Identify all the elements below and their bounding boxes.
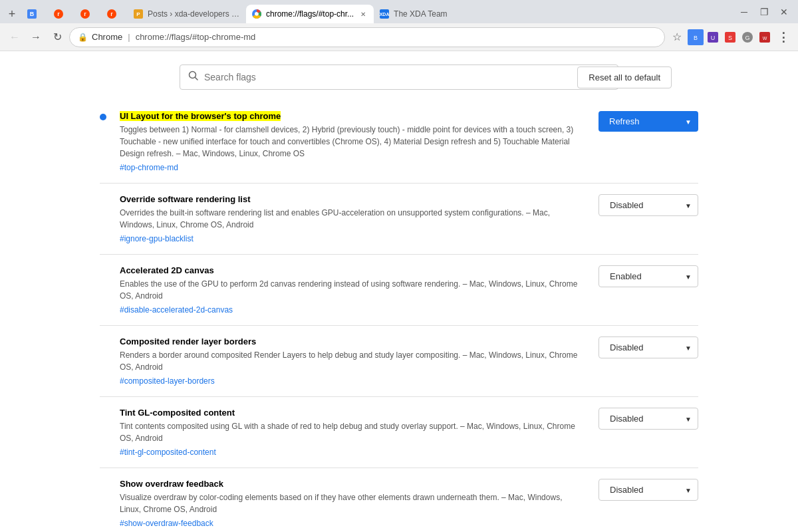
flag-content: Override software rendering list Overrid… <box>120 194 585 243</box>
flag-control: Default Normal Hybrid Touchable Material… <box>598 111 698 132</box>
flag-title: Show overdraw feedback <box>120 479 585 489</box>
search-input[interactable] <box>204 72 610 82</box>
flag-ignore-gpu-blacklist: Override software rendering list Overrid… <box>100 184 698 255</box>
ext5-button[interactable]: W <box>757 29 773 45</box>
flag-content: UI Layout for the browser's top chrome T… <box>120 111 585 172</box>
tab-chrome-flags-label: chrome://flags/#top-chr... <box>266 9 354 19</box>
flag-select-wrapper: Default Enabled Disabled <box>598 265 698 287</box>
flag-select-wrapper: Default Enabled Disabled <box>598 408 698 430</box>
menu-button[interactable]: ⋮ <box>774 28 793 47</box>
flag-no-dot <box>100 410 106 417</box>
minimize-button[interactable]: ─ <box>735 3 753 21</box>
flag-anchor[interactable]: #tint-gl-composited-content <box>120 448 216 457</box>
flag-select[interactable]: Default Enabled Disabled <box>598 408 698 430</box>
flag-anchor[interactable]: #ignore-gpu-blacklist <box>120 234 194 243</box>
tab-posts-xda[interactable]: P Posts › xda-developers — W... <box>128 5 246 23</box>
svg-text:U: U <box>711 35 716 41</box>
svg-text:B: B <box>694 35 698 41</box>
flag-title: Accelerated 2D canvas <box>120 265 585 275</box>
tab-reddit3[interactable]: r <box>101 5 128 23</box>
tab-bookmarks[interactable]: B <box>21 5 48 23</box>
tab-chrome-flags-close[interactable]: ✕ <box>358 9 368 19</box>
address-separator: | <box>128 32 130 42</box>
tab-reddit1[interactable]: r <box>48 5 74 23</box>
svg-line-13 <box>196 78 198 80</box>
titlebar: + B r r r P Po <box>0 0 798 23</box>
new-tab-button[interactable]: + <box>3 5 21 23</box>
reddit1-favicon: r <box>53 9 64 19</box>
flag-control: Default Enabled Disabled <box>598 408 698 430</box>
flag-control: Default Enabled Disabled <box>598 194 698 216</box>
flag-description: Tint contents composited using GL with a… <box>120 420 585 444</box>
tab-bar: + B r r r P Po <box>0 0 730 23</box>
flag-anchor[interactable]: #disable-accelerated-2d-canvas <box>120 305 233 315</box>
main-content: Reset all to default UI Layout for the b… <box>73 51 725 532</box>
close-button[interactable]: ✕ <box>775 3 793 21</box>
reddit2-favicon: r <box>80 9 90 19</box>
flag-anchor[interactable]: #top-chrome-md <box>120 163 178 172</box>
tab-reddit2[interactable]: r <box>74 5 101 23</box>
ext4-button[interactable]: G <box>739 29 755 45</box>
svg-text:W: W <box>763 36 767 41</box>
restore-button[interactable]: ❐ <box>755 3 773 21</box>
xda-favicon: XDA <box>379 9 390 19</box>
flag-no-dot <box>100 197 106 203</box>
posts-favicon: P <box>133 9 144 19</box>
flag-anchor[interactable]: #composited-layer-borders <box>120 376 215 386</box>
bookmark-button[interactable]: ☆ <box>668 28 686 47</box>
back-button[interactable]: ← <box>5 28 24 47</box>
flag-description: Toggles between 1) Normal - for clamshel… <box>120 124 585 160</box>
flag-control: Default Enabled Disabled <box>598 479 698 501</box>
ext2-button[interactable]: U <box>705 29 721 45</box>
flag-title: UI Layout for the browser's top chrome <box>120 111 585 121</box>
flag-select[interactable]: Default Normal Hybrid Touchable Material… <box>598 111 698 132</box>
reddit3-favicon: r <box>106 9 117 19</box>
flag-accelerated-canvas: Accelerated 2D canvas Enables the use of… <box>100 255 698 326</box>
flag-select-wrapper: Default Normal Hybrid Touchable Material… <box>598 111 698 132</box>
chrome-favicon <box>251 9 262 19</box>
flag-select-wrapper: Default Enabled Disabled <box>598 479 698 501</box>
flag-no-dot <box>100 481 106 488</box>
tab-chrome-flags[interactable]: chrome://flags/#top-chr... ✕ <box>246 5 374 23</box>
ext1-button[interactable]: B <box>688 29 704 45</box>
flags-list: UI Layout for the browser's top chrome T… <box>100 100 698 532</box>
flag-select[interactable]: Default Enabled Disabled <box>598 194 698 216</box>
flags-topbar: Reset all to default <box>100 65 698 90</box>
flag-overdraw-feedback: Show overdraw feedback Visualize overdra… <box>100 468 698 532</box>
ext3-button[interactable]: S <box>722 29 738 45</box>
flag-title: Override software rendering list <box>120 194 585 204</box>
reload-button[interactable]: ↻ <box>48 28 66 47</box>
flag-control: Default Enabled Disabled <box>598 336 698 358</box>
window-controls: ─ ❐ ✕ <box>730 0 798 23</box>
flag-no-dot <box>100 339 106 346</box>
flag-composited-layer-borders: Composited render layer borders Renders … <box>100 326 698 397</box>
flag-description: Renders a border around composited Rende… <box>120 349 585 373</box>
site-name: Chrome <box>92 32 122 42</box>
flag-anchor[interactable]: #show-overdraw-feedback <box>120 519 213 528</box>
flag-content: Composited render layer borders Renders … <box>120 336 585 386</box>
flag-select-wrapper: Default Enabled Disabled <box>598 336 698 358</box>
flag-select[interactable]: Default Enabled Disabled <box>598 479 698 501</box>
flag-no-dot <box>100 268 106 275</box>
browser-toolbar: ← → ↻ 🔒 Chrome | chrome://flags/#top-chr… <box>0 23 798 51</box>
toolbar-actions: ☆ B U S G W ⋮ <box>668 28 793 47</box>
bookmarks-favicon: B <box>27 9 37 19</box>
flag-title: Tint GL-composited content <box>120 408 585 418</box>
flag-select[interactable]: Default Enabled Disabled <box>598 265 698 287</box>
tab-xda[interactable]: XDA The XDA Team <box>374 5 452 23</box>
flag-top-chrome-md: UI Layout for the browser's top chrome T… <box>100 100 698 184</box>
flag-description: Overrides the built-in software renderin… <box>120 207 585 231</box>
search-icon <box>188 70 199 84</box>
flag-content: Show overdraw feedback Visualize overdra… <box>120 479 585 528</box>
flag-description: Enables the use of the GPU to perform 2d… <box>120 278 585 302</box>
svg-text:S: S <box>728 35 732 41</box>
forward-button[interactable]: → <box>27 28 45 47</box>
flag-content: Accelerated 2D canvas Enables the use of… <box>120 265 585 315</box>
flag-title: Composited render layer borders <box>120 336 585 346</box>
reset-button[interactable]: Reset all to default <box>577 66 672 88</box>
lock-icon: 🔒 <box>78 33 88 42</box>
flag-select[interactable]: Default Enabled Disabled <box>598 336 698 358</box>
tab-xda-label: The XDA Team <box>394 9 447 19</box>
flag-content: Tint GL-composited content Tint contents… <box>120 408 585 457</box>
address-bar[interactable]: 🔒 Chrome | chrome://flags/#top-chrome-md <box>69 27 665 47</box>
